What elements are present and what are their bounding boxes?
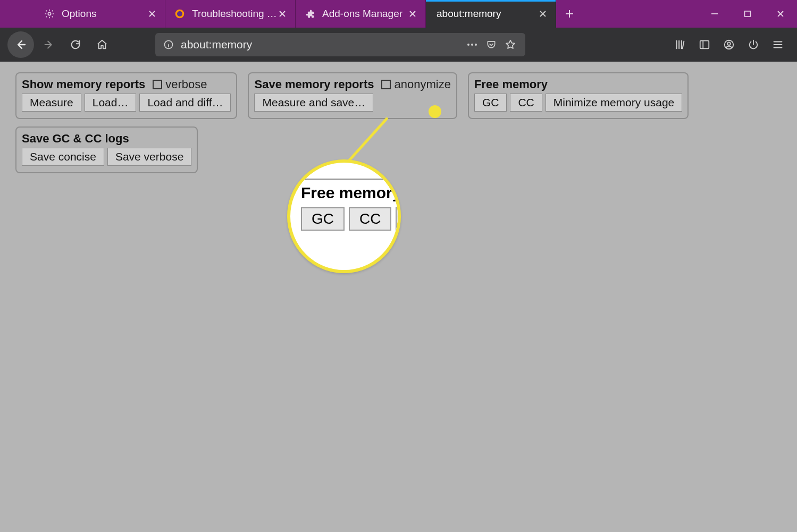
sidebar-icon[interactable] (693, 33, 716, 56)
puzzle-icon (304, 8, 316, 20)
minimize-button[interactable] (698, 0, 731, 28)
checkbox-label: verbose (165, 78, 207, 91)
url-text: about:memory (177, 38, 463, 51)
svg-rect-3 (745, 11, 751, 16)
svg-point-0 (48, 12, 51, 15)
svg-point-10 (727, 42, 731, 45)
callout-gc-button: GC (301, 207, 345, 231)
tab-about-memory[interactable]: about:memory (426, 0, 556, 28)
group-title: Free memory (474, 78, 548, 91)
close-icon[interactable] (538, 9, 548, 19)
group-title: Show memory reports (22, 78, 145, 91)
close-icon[interactable] (407, 9, 418, 19)
minimize-memory-button[interactable]: Minimize memory usage (546, 94, 683, 112)
save-gc-cc-logs-group: Save GC & CC logs Save concise Save verb… (15, 126, 198, 173)
account-icon[interactable] (717, 33, 741, 56)
url-bar[interactable]: about:memory (155, 33, 525, 56)
gear-icon (44, 8, 55, 20)
gc-button[interactable]: GC (474, 94, 507, 112)
group-title: Save GC & CC logs (22, 132, 129, 146)
firefox-icon (174, 8, 186, 20)
svg-point-6 (471, 44, 473, 46)
checkbox-icon (153, 80, 162, 89)
svg-point-5 (467, 44, 469, 46)
new-tab-button[interactable] (556, 0, 583, 28)
page-content: Show memory reports verbose Measure Load… (2, 62, 795, 530)
callout-cc-button: CC (349, 207, 391, 231)
pocket-icon[interactable] (482, 35, 501, 54)
svg-point-7 (475, 44, 477, 46)
cc-button[interactable]: CC (510, 94, 542, 112)
bookmark-star-icon[interactable] (501, 35, 520, 54)
page-actions-icon[interactable] (463, 35, 482, 54)
tab-addons[interactable]: Add-ons Manager (296, 0, 426, 28)
back-button[interactable] (7, 31, 34, 58)
svg-point-2 (177, 11, 182, 16)
tab-troubleshooting[interactable]: Troubleshooting Information (165, 0, 296, 28)
home-button[interactable] (90, 33, 114, 56)
forward-button[interactable] (37, 33, 61, 56)
save-verbose-button[interactable]: Save verbose (107, 148, 191, 166)
close-window-button[interactable] (764, 0, 797, 28)
svg-rect-8 (700, 41, 709, 49)
tab-label: Troubleshooting Information (192, 8, 277, 20)
measure-button[interactable]: Measure (22, 94, 81, 112)
save-memory-reports-group: Save memory reports anonymize Measure an… (248, 72, 457, 119)
callout-magnifier: Free memory GC CC (287, 159, 401, 273)
tab-spacer (0, 0, 35, 28)
nav-toolbar: about:memory (0, 28, 797, 62)
tab-label: about:memory (437, 8, 538, 20)
checkbox-label: anonymize (394, 78, 450, 91)
menu-icon[interactable] (766, 33, 790, 56)
save-concise-button[interactable]: Save concise (22, 148, 104, 166)
load-button[interactable]: Load… (85, 94, 137, 112)
close-icon[interactable] (277, 9, 288, 19)
tab-options[interactable]: Options (35, 0, 165, 28)
reload-button[interactable] (64, 33, 87, 56)
library-icon[interactable] (668, 33, 692, 56)
maximize-button[interactable] (731, 0, 764, 28)
power-icon[interactable] (742, 33, 765, 56)
tab-label: Options (62, 8, 147, 20)
free-memory-group: Free memory GC CC Minimize memory usage (468, 72, 689, 119)
identity-info-icon[interactable] (161, 39, 177, 50)
callout-title: Free memory (298, 184, 401, 202)
tab-label: Add-ons Manager (322, 8, 407, 20)
close-icon[interactable] (147, 9, 157, 19)
load-and-diff-button[interactable]: Load and diff… (139, 94, 231, 112)
anonymize-checkbox[interactable]: anonymize (381, 78, 450, 91)
show-memory-reports-group: Show memory reports verbose Measure Load… (15, 72, 237, 119)
title-bar: Options Troubleshooting Information Add-… (0, 0, 797, 28)
checkbox-icon (381, 80, 391, 89)
group-title: Save memory reports (254, 78, 374, 91)
measure-and-save-button[interactable]: Measure and save… (254, 94, 373, 112)
verbose-checkbox[interactable]: verbose (153, 78, 207, 91)
callout-anchor-dot (429, 105, 441, 118)
window-controls (698, 0, 797, 28)
